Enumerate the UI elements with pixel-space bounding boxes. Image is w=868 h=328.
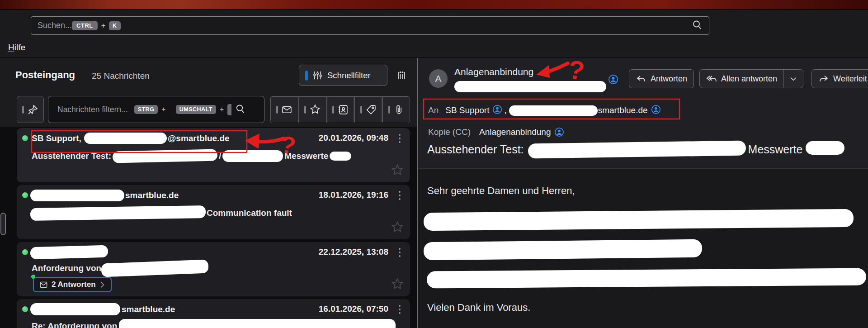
reply-all-button[interactable]: Allen antworten [700, 70, 783, 88]
row-menu-button[interactable] [398, 133, 401, 145]
forward-label: Weiterleit [833, 74, 867, 84]
reply-all-label: Allen antworten [721, 74, 777, 84]
message-row-4[interactable]: smartblue.de 16.01.2026, 07:50 Re: Anfor… [17, 299, 410, 328]
key-plus: + [220, 105, 224, 114]
subject-text: Messwerte [284, 151, 328, 161]
forward-icon [818, 73, 829, 84]
unread-indicator [22, 306, 28, 312]
message-list-display-options-button[interactable] [392, 68, 411, 83]
key-badge-ctrl: CTRL [72, 21, 98, 30]
message-body: Sehr geehrte Damen und Herren, Vielen Da… [418, 169, 868, 328]
row-menu-button[interactable] [398, 247, 401, 259]
message-date: 18.01.2026, 19:16 [319, 190, 388, 200]
message-list: SB Support, @smartblue.de 20.01.2026, 09… [0, 127, 417, 328]
message-count: 25 Nachrichten [92, 71, 150, 81]
contact-icon[interactable] [492, 105, 502, 117]
filter-unread-button[interactable] [270, 96, 298, 123]
contact-icon[interactable] [608, 74, 618, 86]
replies-label: 2 Antworten [52, 280, 96, 289]
search-placeholder: Suchen... [38, 21, 72, 30]
filter-starred-button[interactable] [298, 96, 326, 123]
folder-title: Posteingang [15, 69, 75, 81]
message-date: 20.01.2026, 09:48 [319, 133, 388, 143]
cc-label: Kopie (CC) [428, 127, 471, 137]
quickfilter-label: Schnellfilter [327, 71, 371, 81]
thread-replies-button[interactable]: 2 Antworten [33, 277, 112, 292]
quickfilter-pin-button[interactable] [17, 96, 44, 123]
star-toggle[interactable] [391, 277, 404, 292]
redacted-text [528, 140, 745, 158]
unread-envelope-icon [281, 104, 292, 115]
active-indicator [305, 71, 308, 81]
chevron-right-icon [99, 281, 105, 288]
forward-button[interactable]: Weiterleit [811, 69, 868, 88]
message-date: 16.01.2026, 07:50 [319, 304, 388, 314]
subject-prefix: Ausstehender Test: [427, 143, 524, 156]
message-row-2[interactable]: smartblue.de 18.01.2026, 19:16 Communica… [17, 185, 410, 239]
star-toggle[interactable] [391, 220, 404, 235]
to-name: SB Support [445, 105, 489, 115]
thunderbird-window: Suchen... CTRL + K Hilfe Posteingang 25 … [0, 0, 868, 328]
message-row-3[interactable]: 22.12.2025, 13:08 Anforderung von 2 Antw… [17, 242, 410, 296]
filter-contacts-button[interactable] [326, 96, 354, 123]
sender-domain: @smartblue.de [168, 133, 230, 143]
body-greeting: Sehr geehrte Damen und Herren, [427, 185, 575, 197]
key-badge-umschalt: UMSCHALT [176, 105, 216, 114]
message-list-pane: Posteingang 25 Nachrichten Schnellfilter [0, 58, 417, 328]
redacted-text [427, 268, 866, 289]
key-plus: + [161, 105, 165, 114]
key-plus: + [101, 22, 105, 30]
sliders-icon [312, 70, 323, 81]
redacted-email [454, 81, 606, 92]
subject-line: Ausstehender Test: / Messwerte [32, 149, 351, 163]
contact-icon[interactable] [651, 105, 661, 117]
redacted-text [30, 245, 108, 259]
replies-envelope-icon [39, 280, 48, 289]
message-display-pane: A Anlagenanbindung Antworten [418, 58, 868, 328]
message-filter-input[interactable]: Nachrichten filtern... STRG + UMSCHALT + [48, 96, 264, 123]
reply-all-button-group: Allen antworten [699, 69, 803, 88]
sender-domain: smartblue.de [125, 190, 179, 200]
sender-line: SB Support, @smartblue.de [32, 132, 230, 144]
sender-name: SB Support, [32, 133, 81, 143]
global-search-input[interactable]: Suchen... CTRL + K [31, 16, 709, 35]
redacted-text [424, 239, 702, 260]
button-indicator [22, 106, 24, 114]
to-domain: smartblue.de [598, 105, 648, 115]
button-indicator [332, 106, 334, 114]
subject-separator: / [219, 151, 221, 161]
star-toggle[interactable] [391, 163, 404, 178]
button-indicator [360, 106, 362, 114]
row-menu-button[interactable] [398, 304, 401, 316]
subject-text: Communication fault [207, 208, 292, 218]
row-menu-button[interactable] [398, 190, 401, 202]
subject-line: Anforderung von [32, 261, 208, 275]
search-icon [692, 19, 703, 32]
button-indicator [276, 106, 278, 114]
reply-all-dropdown-button[interactable] [783, 70, 803, 88]
quickfilter-toggle-button[interactable]: Schnellfilter [299, 65, 387, 86]
subject-text: Ausstehender Test: [32, 151, 111, 161]
pane-resize-handle[interactable] [0, 213, 6, 235]
contact-icon[interactable] [554, 127, 564, 137]
to-row: An SB Support , smartblue.de [428, 101, 663, 119]
redacted-text [101, 259, 209, 277]
subject-text: Anforderung von [32, 263, 101, 273]
paperclip-icon [393, 104, 405, 115]
to-label: An [428, 105, 439, 115]
reply-label: Antworten [651, 74, 687, 84]
message-row-1[interactable]: SB Support, @smartblue.de 20.01.2026, 09… [17, 128, 410, 182]
redacted-text [806, 141, 844, 155]
reply-icon [636, 73, 646, 84]
menu-item-help[interactable]: Hilfe [8, 43, 25, 52]
filter-search-icon [235, 104, 245, 116]
redacted-text [30, 190, 124, 201]
reply-button[interactable]: Antworten [629, 69, 694, 88]
redacted-text [330, 152, 351, 161]
filter-attachment-button[interactable] [382, 96, 410, 123]
list-options-icon [396, 70, 407, 81]
filter-tags-button[interactable] [354, 96, 382, 123]
filter-placeholder: Nachrichten filtern... [57, 105, 128, 114]
star-icon [309, 104, 321, 115]
redacted-text [119, 319, 396, 328]
